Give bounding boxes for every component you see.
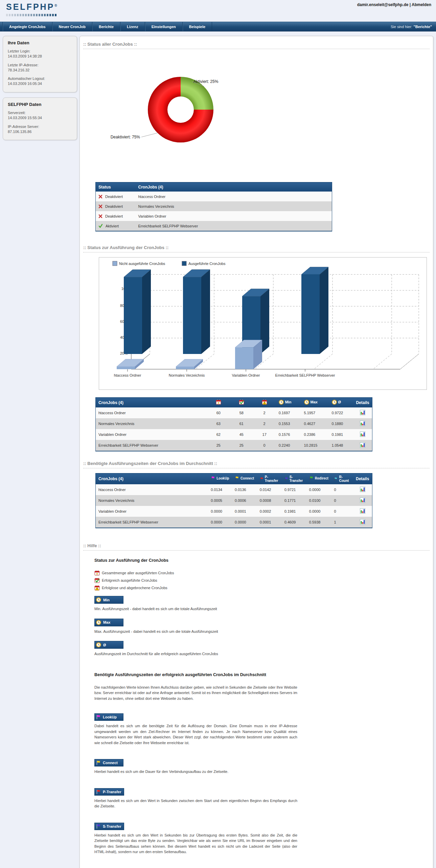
help-calendar-text: Gesamtmenge aller ausgeführten CronJobs [102,571,174,575]
main-panel: :: Status aller CronJobs :: Aktiviert: 2… [79,36,433,868]
success-count: 58 [230,407,253,418]
execution-table: CronJobs (4) Min Max Ø Details htaccess … [95,397,372,451]
times-table-header-row: CronJobs (4) LookUp Connect P-Transfer S… [96,473,372,485]
help-max-block: Max Max. Ausführungszeit - dabei handelt… [94,619,430,635]
r-count-value: 1 [331,517,353,528]
p-transfer-value: 0.0142 [257,484,282,495]
p-transfer-description: Hierbei handelt es sich um den Wert in S… [94,798,297,809]
s-transfer-description: Hierbei handelt es sich um den Wert in S… [94,832,297,855]
lookup-badge: LookUp [94,713,123,721]
s-transfer-value: 0.9721 [282,484,306,495]
chart-details-icon[interactable] [360,508,365,514]
svg-text:Normales Verzeichnis: Normales Verzeichnis [169,373,205,377]
table-row: Erreichbarkeit SELFPHP Webserver 25 25 0… [96,440,372,451]
success-count: 45 [230,429,253,440]
nav-tab-lizenz[interactable]: Lizenz [120,22,145,31]
table-row: Deaktiviert Variablen Ordner [96,211,332,221]
max-badge-label: Max [103,620,110,624]
help-calendar-item: Erfolglose und abgebrochene CronJobs [94,585,430,591]
r-count-column-header: R-Count [339,475,350,483]
page-header: SELFPHP® damir.enseleit@selfphp.de | Abm… [0,0,436,22]
chart-details-icon[interactable] [360,442,365,448]
help-s-transfer-block: S-Transfer Hierbei handelt es sich um de… [94,823,430,855]
max-time: 5.1957 [301,407,329,418]
min-time: 0.1553 [276,418,301,429]
cronjobs-column-header: CronJobs (4) [136,182,332,192]
lookup-value: 0.0000 [208,506,232,517]
s-transfer-badge-label: S-Transfer [103,824,121,828]
status-value: Deaktiviert [105,195,123,199]
redirect-value: 0.0100 [306,495,331,506]
nav-tab-angelegte-cronjobs[interactable]: Angelegte CronJobs [2,22,52,31]
nav-tab-neuer-cronjob[interactable]: Neuer CronJob [52,22,92,31]
lookup-value: 0.0134 [208,484,232,495]
nav-tab-einstellungen[interactable]: Einstellungen [145,22,183,31]
lookup-description: Dabei handelt es sich um die benötigte Z… [94,723,297,745]
connect-value: 0.0006 [232,495,257,506]
calendar-failed-icon [262,399,267,405]
server-ip-item: IP-Adresse Server: 87.106.135.86 [8,124,72,134]
cronjob-name: Erreichbarkeit SELFPHP Webserver [96,517,208,528]
nav-tab-beispiele[interactable]: Beispiele [183,22,212,31]
clock-icon [304,400,309,405]
svg-text:Ausgeführte CronJobs: Ausgeführte CronJobs [188,262,226,266]
status-value: Deaktiviert [105,214,123,218]
chart-details-icon[interactable] [360,487,365,492]
svg-text:Variablen Ordner: Variablen Ordner [232,373,260,377]
flag-redirect-icon [309,476,314,481]
status-table: Status CronJobs (4) Deaktiviert htaccess… [95,182,332,231]
user-session-bar: damir.enseleit@selfphp.de | Abmelden [357,2,431,7]
chart-details-icon[interactable] [360,519,365,525]
chart-details-icon[interactable] [360,421,365,426]
lookup-badge-label: LookUp [103,715,117,719]
chart-details-icon[interactable] [360,431,365,437]
flag-connect-icon [235,476,239,481]
help-subtitle-exec-status: Status zur Ausführung der CronJobs [94,558,430,563]
min-description: Min. Ausführungszeit - dabei handelt es … [94,606,297,612]
nav-tab-berichte[interactable]: Berichte [92,22,120,31]
p-transfer-value: 0.0001 [257,517,282,528]
section-title-help: :: Hilfe :: [83,542,430,551]
flag-p-transfer-icon [260,477,263,481]
connect-value: 0.0001 [232,506,257,517]
server-ip-value: 87.106.135.86 [8,129,72,134]
server-time-value: 14.03.2009 15:55:34 [8,115,72,120]
p-transfer-column-header: P-Transfer [265,475,279,483]
table-row: htaccess Ordner 60 58 2 0.1697 5.1957 0.… [96,407,372,418]
table-row: Deaktiviert Normales Verzeichnis [96,201,332,211]
cronjob-name: Erreichbarkeit SELFPHP Webserver [96,440,207,451]
help-p-transfer-block: P-Transfer Hierbei handelt es sich um de… [94,788,430,809]
flag-connect-icon [96,760,101,765]
status-table-header-row: Status CronJobs (4) [96,182,332,192]
chart-details-icon[interactable] [360,410,365,415]
chart-details-icon[interactable] [360,497,365,503]
registered-mark: ® [54,4,57,7]
main-navigation: Angelegte CronJobs Neuer CronJob Bericht… [0,22,436,31]
help-calendar-text: Erfolglose und abgebrochene CronJobs [102,586,167,590]
lookup-value: 0.0005 [208,495,232,506]
donut-label-deaktiviert: Deaktiviert: 75% [111,135,140,139]
last-ip-value: 78.34.216.32 [8,68,72,73]
avg-time: 0.1981 [329,429,353,440]
table-row: Erreichbarkeit SELFPHP Webserver 0.0000 … [96,517,372,528]
calendar-failed-icon [94,585,100,591]
table-row: Normales Verzeichnis 63 61 2 0.1553 0.46… [96,418,372,429]
activated-icon [98,224,103,228]
last-login-label: Letzter Login: [8,49,72,54]
chart-bars [117,267,328,369]
help-lookup-block: LookUp Dabei handelt es sich um die benö… [94,713,430,745]
details-column-header: Details [353,398,372,408]
logout-link[interactable]: Abmelden [412,2,431,7]
last-login-item: Letzter Login: 14.03.2009 14:38:28 [8,49,72,59]
auto-logout-value: 14.03.2009 16:05:34 [8,81,72,86]
times-table: CronJobs (4) LookUp Connect P-Transfer S… [95,473,372,528]
execution-table-header-row: CronJobs (4) Min Max Ø Details [96,398,372,408]
max-time: 0.4627 [301,418,329,429]
breadcrumb-current: "Berichte" [414,25,432,29]
help-calendar-item: Gesamtmenge aller ausgeführten CronJobs [94,570,430,576]
p-transfer-badge-label: P-Transfer [103,790,121,794]
calendar-total-icon [94,570,100,576]
r-count-value: 0 [331,506,353,517]
help-min-block: Min Min. Ausführungszeit - dabei handelt… [94,596,430,612]
total-count: 25 [207,440,230,451]
